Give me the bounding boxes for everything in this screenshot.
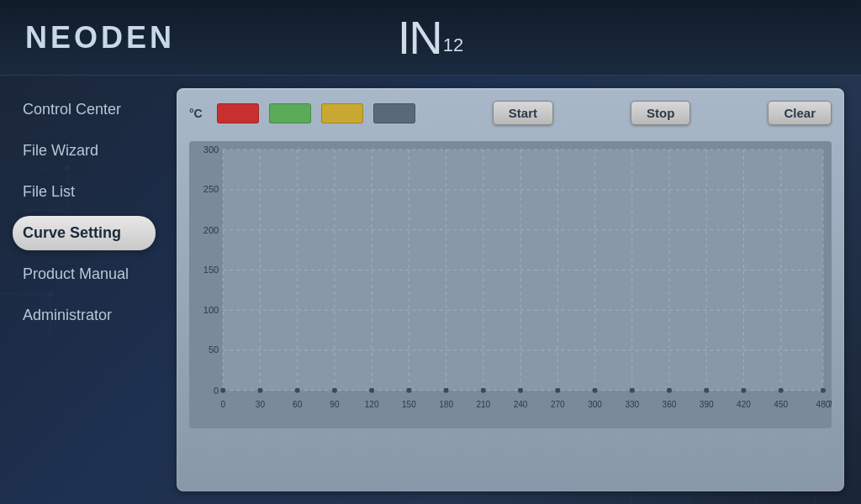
start-button[interactable]: Start <box>493 101 553 125</box>
svg-text:90: 90 <box>330 400 340 409</box>
svg-text:210: 210 <box>476 400 490 409</box>
chart-container: 300 250 200 150 100 50 0 0 30 60 90 120 … <box>189 134 832 436</box>
svg-point-57 <box>257 388 262 393</box>
svg-point-71 <box>779 388 784 393</box>
svg-text:30: 30 <box>256 400 266 409</box>
sidebar-item-file-wizard[interactable]: File Wizard <box>13 134 156 168</box>
chart-toolbar: °C Start Stop Clear <box>189 101 832 125</box>
svg-text:180: 180 <box>439 400 453 409</box>
svg-text:200: 200 <box>203 225 219 235</box>
svg-text:240: 240 <box>514 400 528 409</box>
svg-point-67 <box>630 388 635 393</box>
svg-point-58 <box>295 388 300 393</box>
legend-green[interactable] <box>269 103 311 123</box>
svg-point-72 <box>821 388 826 393</box>
svg-point-70 <box>741 388 746 393</box>
chart-panel: °C Start Stop Clear <box>177 88 844 491</box>
legend-yellow[interactable] <box>321 103 363 123</box>
svg-text:270: 270 <box>551 400 565 409</box>
svg-point-62 <box>444 388 449 393</box>
svg-text:360: 360 <box>663 400 677 409</box>
sidebar-item-control-center[interactable]: Control Center <box>13 92 156 127</box>
svg-text:150: 150 <box>402 400 416 409</box>
clear-button[interactable]: Clear <box>768 101 832 125</box>
svg-point-68 <box>667 388 672 393</box>
svg-point-64 <box>518 388 523 393</box>
svg-text:50: 50 <box>209 344 219 354</box>
svg-point-69 <box>704 388 709 393</box>
sidebar-item-curve-setting[interactable]: Curve Setting <box>13 216 156 250</box>
svg-point-59 <box>332 388 337 393</box>
svg-text:300: 300 <box>588 400 602 409</box>
brand-logo: NEODEN <box>25 20 175 55</box>
svg-point-66 <box>593 388 598 393</box>
title-in: IN <box>398 14 441 61</box>
sidebar-item-administrator[interactable]: Administrator <box>13 298 156 333</box>
sidebar: Control Center File Wizard File List Cur… <box>0 76 168 504</box>
legend-red[interactable] <box>217 103 259 123</box>
sidebar-item-file-list[interactable]: File List <box>13 175 156 209</box>
svg-text:0: 0 <box>220 400 225 409</box>
title-num: 12 <box>443 34 463 56</box>
header: NEODEN IN 12 <box>0 0 861 76</box>
app-title: IN 12 <box>398 14 463 61</box>
svg-text:450: 450 <box>774 400 788 409</box>
svg-text:120: 120 <box>365 400 379 409</box>
svg-text:100: 100 <box>203 305 219 315</box>
svg-point-61 <box>406 388 411 393</box>
svg-point-65 <box>555 388 560 393</box>
legend-gray[interactable] <box>373 103 415 123</box>
svg-text:60: 60 <box>293 400 303 409</box>
svg-point-60 <box>369 388 374 393</box>
chart-svg: 300 250 200 150 100 50 0 0 30 60 90 120 … <box>189 134 832 436</box>
svg-text:Time/s: Time/s <box>828 400 832 409</box>
main-content: Control Center File Wizard File List Cur… <box>0 76 861 504</box>
svg-text:150: 150 <box>203 265 219 275</box>
svg-point-56 <box>220 388 225 393</box>
svg-text:390: 390 <box>700 400 714 409</box>
svg-text:300: 300 <box>203 144 219 155</box>
sidebar-item-product-manual[interactable]: Product Manual <box>13 257 156 291</box>
stop-button[interactable]: Stop <box>631 101 690 125</box>
svg-text:250: 250 <box>203 184 219 194</box>
chart-unit-label: °C <box>189 107 203 120</box>
svg-text:420: 420 <box>737 400 751 409</box>
svg-point-63 <box>481 388 486 393</box>
svg-text:0: 0 <box>214 386 219 396</box>
svg-text:330: 330 <box>625 400 639 409</box>
